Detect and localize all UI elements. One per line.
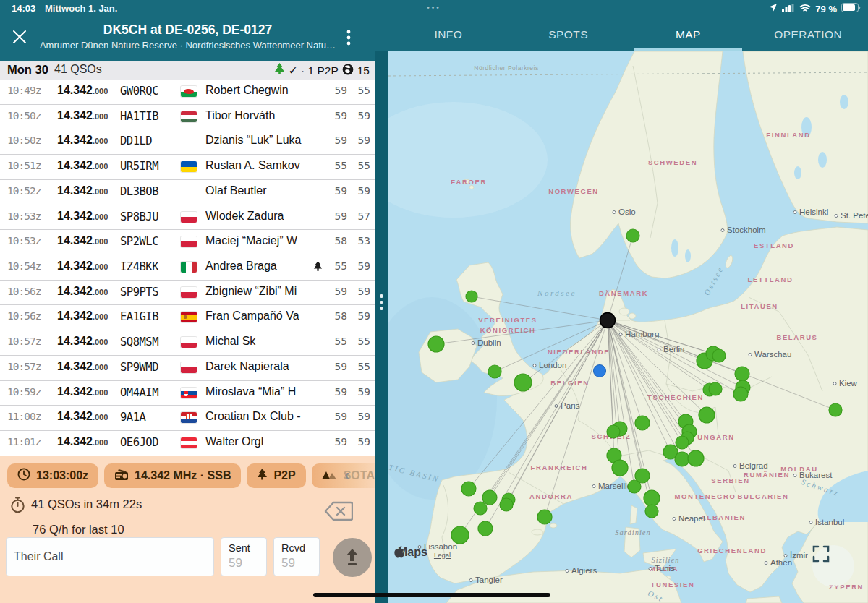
qso-map-marker[interactable] xyxy=(709,382,722,395)
qso-map-marker[interactable] xyxy=(676,436,689,449)
qso-log-row[interactable]: 11:01z 14.342.000 OE6JOD Walter Orgl 59 … xyxy=(0,431,375,456)
qso-log-row[interactable]: 10:53z 14.342.000 SP8BJU Wlodek Zadura 5… xyxy=(0,205,375,231)
svg-text:NORWEGEN: NORWEGEN xyxy=(548,187,599,195)
qso-time: 11:01z xyxy=(7,436,41,448)
qso-map-marker[interactable] xyxy=(500,498,513,511)
qso-callsign: SP9PTS xyxy=(120,286,158,299)
qso-log-row[interactable]: 10:56z 14.342.000 SP9PTS Zbigniew “Zibi”… xyxy=(0,281,375,306)
qso-map-marker[interactable] xyxy=(733,387,748,401)
their-call-input[interactable] xyxy=(6,537,214,576)
maps-legal-link[interactable]: Legal xyxy=(434,551,451,559)
chip-13-03-00z[interactable]: 13:03:00z xyxy=(7,463,98,488)
battery-icon xyxy=(841,2,861,15)
tab-map[interactable]: MAP xyxy=(629,17,749,51)
italy-flag-icon xyxy=(181,262,197,273)
qso-rst-sent: 59 xyxy=(327,85,347,96)
qso-log-row[interactable]: 10:59z 14.342.000 OM4AIM Miroslava “Mia”… xyxy=(0,381,375,406)
spot-map-marker[interactable] xyxy=(594,365,606,377)
map-canvas[interactable]: NordseeOstseeNTIC BASINSchwarzOstSardini… xyxy=(388,51,868,603)
qso-log-row[interactable]: 10:50z 14.342.000 HA1TIB Tibor Horváth 5… xyxy=(0,105,375,130)
log-day-header[interactable]: Mon 30 41 QSOs ✓ · 1 P2P 15 xyxy=(0,61,375,80)
qso-map-marker[interactable] xyxy=(635,416,650,430)
operation-header: DK5CH at DE-0256, DE-0127 Amrumer Dünen … xyxy=(0,17,375,61)
qso-operator-name: Croatian Dx Club - xyxy=(205,410,312,423)
page-subtitle: Amrumer Dünen Nature Reserve · Nordfries… xyxy=(25,40,351,51)
qso-map-marker[interactable] xyxy=(735,367,749,381)
backspace-icon[interactable] xyxy=(324,501,353,524)
qso-time: 10:50z xyxy=(7,134,41,146)
mountains-icon xyxy=(322,469,338,482)
qso-callsign: UR5IRM xyxy=(120,160,158,173)
qso-map-marker[interactable] xyxy=(428,336,444,352)
qso-time: 10:57z xyxy=(7,335,41,347)
tab-spots[interactable]: SPOTS xyxy=(509,17,629,51)
qso-operator-name: Fran Campañó Va xyxy=(205,309,312,322)
qso-log-row[interactable]: 10:56z 14.342.000 EA1GIB Fran Campañó Va… xyxy=(0,305,375,330)
qso-map-marker[interactable] xyxy=(699,407,715,423)
qso-callsign: DL3BOB xyxy=(120,185,158,198)
panel-resize-handle[interactable] xyxy=(375,51,388,603)
qso-map-marker[interactable] xyxy=(612,460,628,476)
qso-map-marker[interactable] xyxy=(466,291,477,302)
station-map-marker[interactable] xyxy=(600,313,616,328)
qso-map-marker[interactable] xyxy=(461,482,476,496)
qso-log-row[interactable]: 10:57z 14.342.000 SP9WMD Darek Napierala… xyxy=(0,356,375,381)
qso-frequency: 14.342.000 xyxy=(57,234,108,247)
qso-operator-name: Michal Sk xyxy=(205,335,312,348)
qso-map-marker[interactable] xyxy=(688,450,704,466)
qso-map-marker[interactable] xyxy=(488,365,501,378)
qso-map-marker[interactable] xyxy=(645,505,658,518)
chevron-left-icon[interactable]: ‹ xyxy=(344,466,349,483)
qso-map-marker[interactable] xyxy=(474,502,487,515)
hungary-flag-icon xyxy=(181,111,197,122)
qso-map-marker[interactable] xyxy=(644,490,660,506)
qso-count: 41 QSOs xyxy=(54,63,102,76)
qso-log-list: 10:49z 14.342.000 GW0RQC Robert Chegwin … xyxy=(0,80,375,456)
qso-log-row[interactable]: 10:53z 14.342.000 SP2WLC Maciej “Maciej”… xyxy=(0,230,375,255)
qso-log-row[interactable]: 10:52z 14.342.000 DL3BOB Olaf Beutler 59… xyxy=(0,180,375,205)
qso-map-marker[interactable] xyxy=(482,490,497,505)
qso-rst-rcvd: 55 xyxy=(350,361,370,372)
qso-frequency: 14.342.000 xyxy=(57,84,108,97)
qso-callsign: OM4AIM xyxy=(120,386,158,399)
qso-rst-rcvd: 55 xyxy=(350,85,370,96)
qso-operator-name: Maciej “Maciej” W xyxy=(205,234,312,247)
svg-text:FINNLAND: FINNLAND xyxy=(766,131,810,139)
svg-text:Bukarest: Bukarest xyxy=(799,471,833,479)
svg-text:KÖNIGREICH: KÖNIGREICH xyxy=(480,326,536,334)
qso-map-marker[interactable] xyxy=(712,349,726,362)
tab-info[interactable]: INFO xyxy=(388,17,509,51)
svg-text:Tangier: Tangier xyxy=(475,576,503,584)
sent-field[interactable]: Sent 59 xyxy=(221,537,267,576)
qso-log-row[interactable]: 10:50z 14.342.000 DD1LD Dzianis “Luk” Lu… xyxy=(0,129,375,155)
tree-icon xyxy=(274,63,285,78)
qso-map-marker[interactable] xyxy=(628,480,641,493)
chip-14-342-mhz-ssb[interactable]: 14.342 MHz · SSB xyxy=(104,463,241,488)
qso-map-marker[interactable] xyxy=(514,374,532,391)
qso-map-marker[interactable] xyxy=(626,229,639,242)
qso-map-marker[interactable] xyxy=(829,403,842,416)
kebab-menu-icon[interactable] xyxy=(346,29,359,48)
qso-log-row[interactable]: 11:00z 14.342.000 9A1A Croatian Dx Club … xyxy=(0,406,375,431)
svg-text:Belgrad: Belgrad xyxy=(739,461,768,470)
qso-log-row[interactable]: 10:54z 14.342.000 IZ4BKK Andrea Braga 55… xyxy=(0,255,375,281)
svg-text:BELARUS: BELARUS xyxy=(776,333,817,341)
chip-p2p[interactable]: P2P xyxy=(247,463,305,488)
tab-operation[interactable]: OPERATION xyxy=(748,17,868,51)
chip-sota[interactable]: SOTA xyxy=(312,463,375,488)
qso-log-row[interactable]: 10:51z 14.342.000 UR5IRM Ruslan A. Samko… xyxy=(0,155,375,180)
qso-map-marker[interactable] xyxy=(451,526,469,544)
qso-log-row[interactable]: 10:57z 14.342.000 SQ8MSM Michal Sk 55 55 xyxy=(0,330,375,356)
qso-map-marker[interactable] xyxy=(537,510,552,524)
map-fullscreen-button[interactable] xyxy=(812,545,854,587)
svg-text:Marseille: Marseille xyxy=(598,482,631,490)
qso-map-marker[interactable] xyxy=(675,452,689,466)
home-indicator[interactable] xyxy=(313,593,550,597)
svg-text:SCHWEDEN: SCHWEDEN xyxy=(648,158,697,166)
log-submit-button[interactable] xyxy=(333,538,372,577)
qso-log-row[interactable]: 10:49z 14.342.000 GW0RQC Robert Chegwin … xyxy=(0,80,375,105)
rcvd-field[interactable]: Rcvd 59 xyxy=(273,537,320,576)
qso-map-marker[interactable] xyxy=(478,521,493,536)
svg-text:Paris: Paris xyxy=(561,401,579,410)
qso-map-marker[interactable] xyxy=(607,425,620,438)
